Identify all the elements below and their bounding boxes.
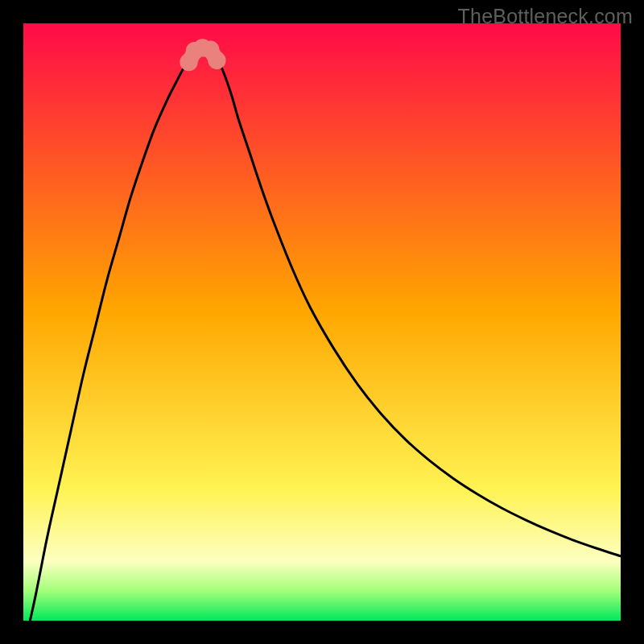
gradient-background: [23, 23, 621, 621]
curve-marker: [208, 52, 225, 69]
bottleneck-chart: [23, 23, 621, 621]
chart-plot-area: [23, 23, 621, 621]
watermark-text: TheBottleneck.com: [458, 5, 633, 28]
